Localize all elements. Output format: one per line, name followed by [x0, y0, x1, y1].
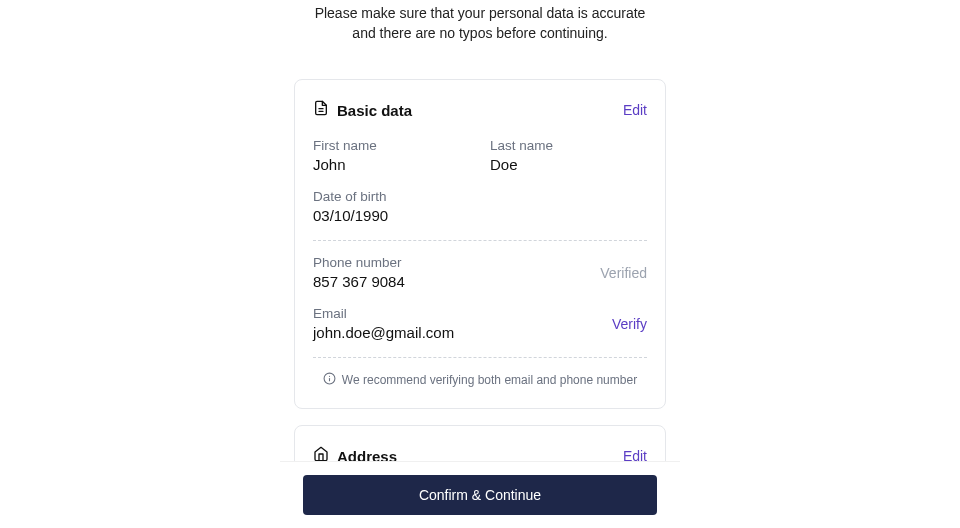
- basic-data-title: Basic data: [337, 102, 412, 119]
- first-name-label: First name: [313, 138, 470, 153]
- email-value: john.doe@gmail.com: [313, 324, 612, 341]
- first-name-value: John: [313, 156, 470, 173]
- footer-bar: Confirm & Continue: [280, 461, 680, 528]
- page-description: Please make sure that your personal data…: [294, 4, 666, 43]
- confirm-continue-button[interactable]: Confirm & Continue: [303, 475, 657, 515]
- phone-value: 857 367 9084: [313, 273, 600, 290]
- dob-label: Date of birth: [313, 189, 647, 204]
- last-name-label: Last name: [490, 138, 647, 153]
- divider: [313, 240, 647, 241]
- basic-data-card: Basic data Edit First name John Last nam…: [294, 79, 666, 409]
- verify-hint-text: We recommend verifying both email and ph…: [342, 373, 637, 387]
- verify-email-link[interactable]: Verify: [612, 316, 647, 332]
- info-icon: [323, 372, 336, 388]
- document-icon: [313, 100, 329, 120]
- dob-value: 03/10/1990: [313, 207, 647, 224]
- edit-basic-data-link[interactable]: Edit: [623, 102, 647, 118]
- divider: [313, 357, 647, 358]
- phone-label: Phone number: [313, 255, 600, 270]
- last-name-value: Doe: [490, 156, 647, 173]
- email-label: Email: [313, 306, 612, 321]
- phone-verified-badge: Verified: [600, 265, 647, 281]
